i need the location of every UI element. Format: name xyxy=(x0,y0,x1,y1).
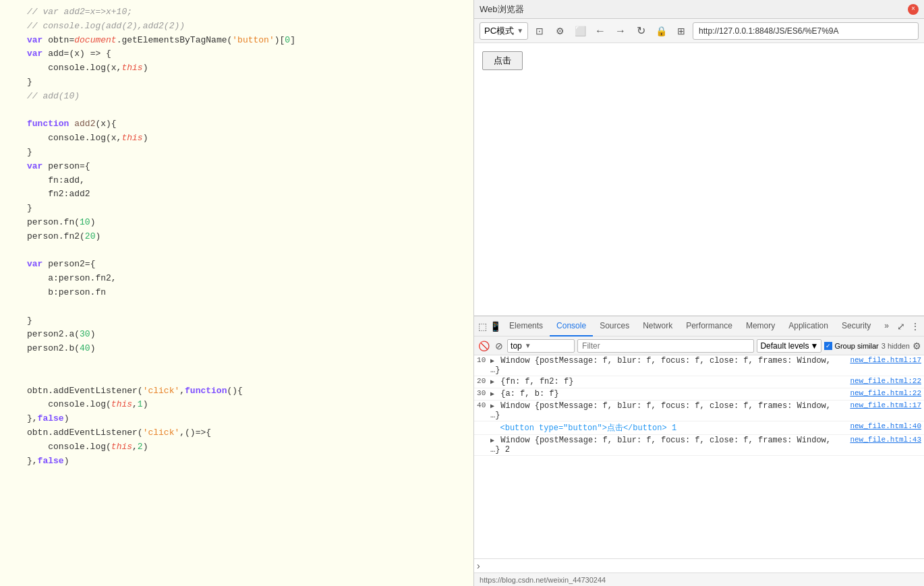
console-prompt-icon: › xyxy=(477,560,480,571)
code-line-18: a:person.fn2, xyxy=(0,272,473,286)
chevron-down-icon: ▼ xyxy=(517,27,523,34)
console-row-4: <button type="button">点击</button> 1 new_… xyxy=(474,421,924,435)
code-line-10: } xyxy=(0,146,473,160)
console-file-0[interactable]: new_file.html:17 xyxy=(850,356,921,364)
tab-network[interactable]: Network xyxy=(636,316,679,336)
mode-selector[interactable]: PC模式 ▼ xyxy=(480,22,528,40)
devtools-more-icon[interactable]: ⋮ xyxy=(909,320,921,333)
code-line-22: person2.b(40) xyxy=(0,342,473,356)
browser-title: Web浏览器 xyxy=(480,3,524,16)
code-line-4: var add=(x) => { xyxy=(0,47,473,61)
code-line-27: console.log(this,2) xyxy=(0,440,473,455)
expand-icon-2[interactable]: ▶ xyxy=(490,390,494,398)
expand-icon-3[interactable]: ▶ xyxy=(490,403,494,410)
code-line-17: var person2={ xyxy=(0,258,473,272)
status-bar: https://blog.csdn.net/weixin_44730244 xyxy=(474,573,924,586)
devtools-mobile-icon[interactable]: 📱 xyxy=(488,320,502,333)
tab-sources[interactable]: Sources xyxy=(593,316,636,336)
code-line-12: fn:add, xyxy=(0,174,473,188)
console-row-2: 30 ▶ {a: f, b: f} new_file.html:22 xyxy=(474,388,924,401)
console-row-5: ▶ Window {postMessage: f, blur: f, focus… xyxy=(474,435,924,456)
devtools-panel: ⬚ 📱 Elements Console Sources Network Per… xyxy=(474,316,924,573)
mode-label: PC模式 xyxy=(484,25,514,37)
console-file-2[interactable]: new_file.html:22 xyxy=(850,389,921,397)
devtools-tabs: ⬚ 📱 Elements Console Sources Network Per… xyxy=(477,316,896,336)
code-editor: // var add2=x=>x+10; // console.log(add(… xyxy=(0,0,474,586)
console-output: 10 ▶ Window {postMessage: f, blur: f, fo… xyxy=(474,355,924,558)
group-similar-label: Group similar xyxy=(834,342,878,350)
code-line-8: function add2(x){ xyxy=(0,117,473,131)
code-line-6: } xyxy=(0,76,473,90)
code-content: // var add2=x=>x+10; // console.log(add(… xyxy=(0,0,473,473)
expand-icon-1[interactable]: ▶ xyxy=(490,378,494,386)
code-line-7: // add(10) xyxy=(0,90,473,104)
console-toolbar: 🚫 ⊘ top ▼ Default levels ▼ ✓ Group simil… xyxy=(474,336,924,355)
code-line-blank4 xyxy=(0,356,473,370)
refresh-button[interactable]: ↻ xyxy=(632,22,649,40)
levels-arrow: ▼ xyxy=(810,341,818,351)
code-line-20: } xyxy=(0,314,473,328)
console-file-4[interactable]: new_file.html:40 xyxy=(850,422,921,430)
filter-input[interactable] xyxy=(577,339,754,353)
devtools-top-icons: ⤢ ⋮ xyxy=(896,320,921,333)
console-file-1[interactable]: new_file.html:22 xyxy=(850,377,921,385)
code-line-28: },false) xyxy=(0,455,473,469)
code-line-11: var person={ xyxy=(0,160,473,174)
console-input[interactable] xyxy=(484,561,921,570)
code-line-3: var obtn=document.getElementsByTagName('… xyxy=(0,34,473,48)
tab-console[interactable]: Console xyxy=(550,316,593,336)
code-line-15: person.fn(10) xyxy=(0,216,473,230)
browser-panel: Web浏览器 × PC模式 ▼ ⊡ ⚙ ⬜ ← → ↻ 🔒 ⊞ 点击 ⬚ 📱 E… xyxy=(474,0,924,586)
code-line-blank2 xyxy=(0,244,473,258)
code-line-2: // console.log(add(2),add2(2)) xyxy=(0,20,473,34)
console-row-0: 10 ▶ Window {postMessage: f, blur: f, fo… xyxy=(474,355,924,376)
expand-icon-5[interactable]: ▶ xyxy=(490,437,494,444)
console-input-row: › xyxy=(474,558,924,573)
group-similar-checkbox: ✓ xyxy=(824,342,832,350)
top-label: top xyxy=(511,341,522,351)
console-filter-icon[interactable]: ⊘ xyxy=(494,339,504,353)
top-selector-arrow: ▼ xyxy=(525,342,531,349)
code-line-13: fn2:add2 xyxy=(0,187,473,202)
status-url: https://blog.csdn.net/weixin_44730244 xyxy=(480,576,606,584)
code-line-25: },false) xyxy=(0,412,473,426)
top-selector[interactable]: top ▼ xyxy=(507,339,575,353)
browser-toolbar: PC模式 ▼ ⊡ ⚙ ⬜ ← → ↻ 🔒 ⊞ xyxy=(474,19,924,43)
group-similar-toggle[interactable]: ✓ Group similar xyxy=(824,342,878,350)
tab-more[interactable]: » xyxy=(877,316,896,336)
tab-memory[interactable]: Memory xyxy=(739,316,782,336)
tab-application[interactable]: Application xyxy=(782,316,835,336)
close-button[interactable]: × xyxy=(908,4,919,15)
apps-icon[interactable]: ⊞ xyxy=(672,22,690,40)
address-bar[interactable] xyxy=(693,22,919,40)
bookmark-icon[interactable]: ⊡ xyxy=(531,22,548,40)
console-settings-icon[interactable]: ⚙ xyxy=(913,341,921,351)
clear-console-icon[interactable]: 🚫 xyxy=(477,339,491,353)
console-file-3[interactable]: new_file.html:17 xyxy=(850,401,921,409)
code-line-21: person2.a(30) xyxy=(0,328,473,342)
console-row-1: 20 ▶ {fn: f, fn2: f} new_file.html:22 xyxy=(474,376,924,388)
console-file-5[interactable]: new_file.html:43 xyxy=(850,436,921,444)
levels-label: Default levels xyxy=(760,341,809,351)
code-line-blank1 xyxy=(0,104,473,118)
expand-icon-0[interactable]: ▶ xyxy=(490,357,494,365)
screenshot-icon[interactable]: ⬜ xyxy=(571,22,589,40)
code-line-blank5 xyxy=(0,370,473,384)
code-line-14: } xyxy=(0,202,473,216)
tab-performance[interactable]: Performance xyxy=(679,316,739,336)
devtools-dock-icon[interactable]: ⬚ xyxy=(477,320,488,333)
tab-elements[interactable]: Elements xyxy=(502,316,550,336)
click-button[interactable]: 点击 xyxy=(482,51,523,70)
back-button[interactable]: ← xyxy=(591,22,609,40)
code-line-1: // var add2=x=>x+10; xyxy=(0,5,473,20)
settings-icon[interactable]: ⚙ xyxy=(551,22,569,40)
devtools-resize-icon[interactable]: ⤢ xyxy=(896,320,906,333)
code-line-16: person.fn2(20) xyxy=(0,230,473,244)
code-line-23: obtn.addEventListener('click',function()… xyxy=(0,384,473,399)
hidden-count: 3 hidden xyxy=(882,342,910,350)
levels-selector[interactable]: Default levels ▼ xyxy=(757,339,821,353)
lock-icon: 🔒 xyxy=(652,22,670,40)
console-row-3: 40 ▶ Window {postMessage: f, blur: f, fo… xyxy=(474,401,924,421)
forward-button[interactable]: → xyxy=(612,22,629,40)
tab-security[interactable]: Security xyxy=(835,316,877,336)
